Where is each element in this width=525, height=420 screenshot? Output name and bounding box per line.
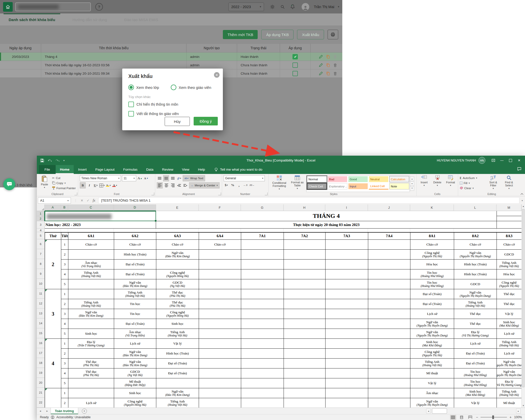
style-normal[interactable]: Normal <box>307 176 327 182</box>
tab-h-ng-d-n-s-d-ng[interactable]: Hướng dẫn sử dụng <box>71 13 108 26</box>
checkbox-abbrev-teacher[interactable]: Viết tắt thông tin giáo viên <box>128 111 217 117</box>
hscroll-right-icon[interactable]: ▸ <box>516 409 521 413</box>
confirm-button[interactable]: Đồng ý <box>194 117 218 125</box>
autosum-button[interactable]: ΣAutoSum▾ <box>460 176 485 180</box>
zoom-slider[interactable] <box>481 417 507 417</box>
excel-user-name[interactable]: HUYEN4 NGUYEN THANH <box>437 159 476 162</box>
school-search-input[interactable] <box>15 3 91 11</box>
school-year-dropdown[interactable]: 2022 - 2023 ▾ <box>228 3 264 11</box>
ribbon-tab-data[interactable]: Data <box>142 165 158 174</box>
row-header-3[interactable]: 3 <box>37 221 45 229</box>
gallery-down-icon[interactable]: ▼ <box>410 181 414 186</box>
vscroll-thumb[interactable] <box>522 209 524 387</box>
format-as-table-button[interactable]: Format as Table▾ <box>290 175 305 192</box>
save-icon[interactable] <box>40 159 44 162</box>
ribbon-tab-formulas[interactable]: Formulas <box>119 165 142 174</box>
copy-icon[interactable] <box>326 55 330 59</box>
select-all-corner[interactable] <box>37 204 45 211</box>
sheet-tab-toan-truong[interactable]: Toàn trường <box>51 408 78 414</box>
delete-icon[interactable] <box>333 55 337 59</box>
zoom-in-icon[interactable]: + <box>509 415 512 419</box>
row-header-1[interactable]: 1 <box>37 211 45 216</box>
column-header-a[interactable]: A <box>45 204 61 211</box>
column-header-i[interactable]: I <box>325 204 368 211</box>
hscroll-thumb[interactable] <box>432 408 447 414</box>
style-explanatory[interactable]: Explanatory ... <box>328 183 347 189</box>
sheet-nav-left-icon[interactable]: ◂ <box>37 408 44 414</box>
row-header-9[interactable]: 9 <box>37 269 45 279</box>
tab-danh-s-ch-th-i-kh-a-bi-u[interactable]: Danh sách thời khóa biểu <box>8 13 56 26</box>
add-tkb-button[interactable]: Thêm mới TKB <box>223 30 258 39</box>
row-header-11[interactable]: 11 <box>37 289 45 299</box>
help-icon[interactable]: ? <box>95 3 103 11</box>
delete-icon[interactable] <box>333 71 337 76</box>
normal-view-icon[interactable] <box>450 415 456 420</box>
clear-button[interactable]: Clear▾ <box>460 186 485 190</box>
row-header-2[interactable]: 2 <box>37 216 45 221</box>
sort-filter-button[interactable]: AZ Sort & Filter▾ <box>486 175 500 192</box>
row-header-6[interactable]: 6 <box>37 239 45 249</box>
close-icon[interactable]: ✕ <box>214 72 220 78</box>
minimize-button[interactable]: — <box>498 156 506 165</box>
row-header-5[interactable]: 5 <box>37 232 45 239</box>
ribbon-display-options-icon[interactable] <box>489 156 498 165</box>
row-header-16[interactable]: 16 <box>37 338 45 348</box>
notification-bell-icon[interactable] <box>289 3 297 11</box>
delete-cells-button[interactable]: Delete▾ <box>431 175 443 192</box>
sheet-area[interactable]: THÁNG 4 Năm học: 2022 - 2023 Thực hiện t… <box>45 211 521 408</box>
vertical-scrollbar[interactable]: ▲ ▼ <box>521 204 525 408</box>
style-bad[interactable]: Bad <box>328 176 347 182</box>
undo-icon[interactable]: ↶▾ <box>48 158 52 163</box>
ribbon-tab-view[interactable]: View <box>178 165 194 174</box>
applied-checkbox[interactable] <box>292 54 298 59</box>
bold-button[interactable]: B <box>80 182 86 188</box>
ribbon-tab-file[interactable]: File <box>39 165 56 174</box>
page-break-view-icon[interactable] <box>467 415 473 420</box>
orientation-button[interactable]: ab▾ <box>176 175 182 181</box>
zoom-knob[interactable] <box>492 415 494 419</box>
selected-merged-cell[interactable] <box>45 211 156 221</box>
column-header-j[interactable]: J <box>368 204 410 211</box>
column-header-e[interactable]: E <box>156 204 199 211</box>
search-icon[interactable] <box>279 3 286 11</box>
insert-cells-button[interactable]: Insert▾ <box>418 175 430 192</box>
increase-indent-button[interactable]: ▸ <box>183 183 188 188</box>
column-header-c[interactable]: C <box>68 204 114 211</box>
italic-button[interactable]: I <box>87 183 92 188</box>
decrease-decimal-button[interactable]: .00→ <box>249 182 255 188</box>
column-header-h[interactable]: H <box>284 204 325 211</box>
row-header-13[interactable]: 13 <box>37 309 45 318</box>
ribbon-tab-help[interactable]: Help <box>194 165 209 174</box>
tab-o-t-o-misa-emis[interactable]: Đào tạo MISA EMIS <box>123 13 159 26</box>
cancel-entry-icon[interactable]: ✕ <box>81 199 83 202</box>
find-select-button[interactable]: Find & Select▾ <box>502 175 516 192</box>
wrap-text-button[interactable]: ab↩Wrap Text <box>183 175 205 181</box>
settings-gear-icon[interactable] <box>269 3 276 11</box>
style-calculation[interactable]: Calculation <box>389 176 409 182</box>
font-name-select[interactable]: Times New Roman▾ <box>80 175 121 181</box>
style-input[interactable]: Input <box>348 183 368 189</box>
column-header-l[interactable]: L <box>454 204 497 211</box>
middle-align-button[interactable] <box>163 175 169 181</box>
style-good[interactable]: Good <box>348 176 368 182</box>
merge-center-button[interactable]: ⇔Merge & Center▾ <box>189 182 220 188</box>
radio-view-by-teacher[interactable]: Xem theo giáo viên <box>171 85 211 90</box>
print-button[interactable] <box>328 30 338 39</box>
page-layout-view-icon[interactable] <box>459 415 465 420</box>
row-header-21[interactable]: 21 <box>37 388 45 398</box>
formula-input[interactable]: [TEST] TRƯỜNG THCS MISA 1 <box>98 197 519 204</box>
export-button[interactable]: Xuất khẩu <box>297 30 324 39</box>
column-header-b[interactable]: B <box>61 204 68 211</box>
align-left-button[interactable] <box>157 182 163 188</box>
chat-support-button[interactable] <box>3 178 15 190</box>
top-align-button[interactable] <box>157 175 162 181</box>
decrease-indent-button[interactable]: ◂ <box>176 183 182 188</box>
cell-m3[interactable] <box>497 221 521 229</box>
column-header-f[interactable]: F <box>199 204 241 211</box>
tell-me-box[interactable]: Tell me what you want to do <box>214 165 262 174</box>
hscroll-left-icon[interactable]: ◂ <box>426 409 431 413</box>
column-header-g[interactable]: G <box>241 204 284 211</box>
row-header-12[interactable]: 12 <box>37 299 45 309</box>
column-header-m[interactable]: M <box>497 204 521 211</box>
ribbon-tab-page-layout[interactable]: Page Layout <box>91 165 119 174</box>
